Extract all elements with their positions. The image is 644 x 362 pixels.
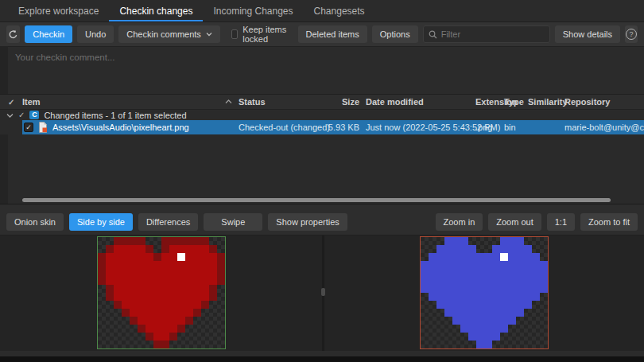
deleted-items-button[interactable]: Deleted items <box>298 25 367 43</box>
horizontal-scrollbar[interactable] <box>0 197 644 204</box>
pixel-cell <box>130 245 138 253</box>
header-similarity-column[interactable]: Similarity <box>528 97 564 107</box>
row-checkbox[interactable]: ✓ <box>24 123 33 132</box>
pixel-cell <box>209 261 217 269</box>
pixel-cell <box>524 285 532 293</box>
refresh-button[interactable] <box>6 25 20 43</box>
pixel-cell <box>484 325 492 333</box>
pixel-cell <box>476 253 484 261</box>
header-size-column[interactable]: Size <box>328 97 359 107</box>
tab-explore-workspace[interactable]: Explore workspace <box>8 0 109 21</box>
checkin-button[interactable]: Checkin <box>25 25 72 43</box>
pixel-cell <box>145 277 153 285</box>
pixel-cell <box>138 301 145 309</box>
scrollbar-thumb[interactable] <box>22 198 611 202</box>
pixel-cell <box>161 325 169 333</box>
pixel-cell <box>177 277 185 285</box>
tab-incoming-changes[interactable]: Incoming Changes <box>203 0 303 21</box>
header-extension-column[interactable]: Extension <box>469 97 504 107</box>
pixel-cell <box>169 309 177 317</box>
pixel-cell <box>452 293 460 301</box>
one-to-one-button[interactable]: 1:1 <box>547 213 575 231</box>
comment-section <box>0 46 644 94</box>
pixel-cell <box>516 237 524 245</box>
onion-skin-button[interactable]: Onion skin <box>6 213 64 231</box>
pixel-cell <box>114 269 122 277</box>
zoom-out-button[interactable]: Zoom out <box>488 213 541 231</box>
filter-search-box[interactable] <box>423 25 550 43</box>
pixel-cell <box>492 293 500 301</box>
show-properties-button[interactable]: Show properties <box>268 213 347 231</box>
pixel-cell <box>201 253 209 261</box>
pixel-cell <box>193 277 201 285</box>
pixel-cell <box>444 301 452 309</box>
pixel-cell <box>161 261 169 269</box>
swipe-button[interactable]: Swipe <box>204 213 262 231</box>
pixel-cell <box>185 237 193 245</box>
pixel-cell <box>122 285 130 293</box>
version-control-window: Explore workspace Checkin changes Incomi… <box>0 0 644 362</box>
collapse-chevron-icon[interactable] <box>6 113 14 118</box>
file-row-pixelheart[interactable]: ✓ Assets\VisualsAudio\pixelheart.png Che… <box>22 120 644 134</box>
pixel-cell <box>516 245 524 253</box>
side-by-side-button[interactable]: Side by side <box>69 213 133 231</box>
diff-pane-previous <box>0 235 322 351</box>
pixel-cell <box>500 245 508 253</box>
tab-changesets[interactable]: Changesets <box>304 0 375 21</box>
pixel-cell <box>421 277 429 285</box>
undo-button[interactable]: Undo <box>77 25 114 43</box>
header-repository-column[interactable]: Repository <box>564 97 644 107</box>
keep-items-locked-checkbox[interactable]: Keep items locked <box>231 25 289 44</box>
differences-button[interactable]: Differences <box>138 213 198 231</box>
pixel-cell <box>500 317 508 325</box>
options-button[interactable]: Options <box>372 25 418 43</box>
pixel-cell <box>540 261 548 269</box>
pixel-cell <box>468 261 476 269</box>
chevron-down-icon <box>206 31 212 37</box>
header-date-modified-column[interactable]: Date modified <box>359 97 469 107</box>
group-checkmark-icon[interactable]: ✓ <box>18 111 25 119</box>
pixel-cell <box>476 277 484 285</box>
tab-checkin-changes[interactable]: Checkin changes <box>109 0 203 21</box>
pixel-cell <box>524 293 532 301</box>
show-details-button[interactable]: Show details <box>555 25 620 43</box>
changed-items-group-row[interactable]: ✓ C Changed items - 1 of 1 item selected <box>0 110 644 120</box>
pixel-cell <box>429 261 436 269</box>
pixel-cell <box>193 301 201 309</box>
pixel-cell <box>468 277 476 285</box>
pixel-cell <box>500 253 508 261</box>
pixel-cell <box>476 285 484 293</box>
pixel-cell <box>468 245 476 253</box>
pixel-cell <box>145 245 153 253</box>
pixel-cell <box>193 245 201 253</box>
pixel-cell <box>468 309 476 317</box>
pixel-cell <box>436 245 444 253</box>
checkin-comment-input[interactable] <box>8 46 644 94</box>
pixel-cell <box>508 317 516 325</box>
header-item-column[interactable]: Item <box>22 97 239 107</box>
pixel-cell <box>145 301 153 309</box>
zoom-in-button[interactable]: Zoom in <box>436 213 483 231</box>
pixel-cell <box>524 269 532 277</box>
pixel-cell <box>508 245 516 253</box>
header-check-column[interactable]: ✓ <box>0 98 22 107</box>
pixel-cell <box>161 301 169 309</box>
pixel-cell <box>516 253 524 261</box>
pixel-cell <box>130 293 138 301</box>
header-type-column[interactable]: Type <box>504 97 528 107</box>
header-status-column[interactable]: Status <box>239 97 328 107</box>
help-button[interactable]: ? <box>625 25 638 43</box>
checkin-comments-dropdown[interactable]: Checkin comments <box>118 25 220 43</box>
pixel-cell <box>500 301 508 309</box>
pixel-cell <box>429 253 436 261</box>
pixel-cell <box>444 309 452 317</box>
pixel-cell <box>484 309 492 317</box>
pixel-cell <box>508 261 516 269</box>
keep-items-locked-label: Keep items locked <box>242 25 288 44</box>
pixel-cell <box>153 317 161 325</box>
pixel-cell <box>508 285 516 293</box>
file-date-modified: Just now (2022-05-25 5:43:52 PM) <box>359 123 469 132</box>
pixel-cell <box>217 269 225 277</box>
filter-input[interactable] <box>441 29 545 39</box>
zoom-to-fit-button[interactable]: Zoom to fit <box>580 213 638 231</box>
